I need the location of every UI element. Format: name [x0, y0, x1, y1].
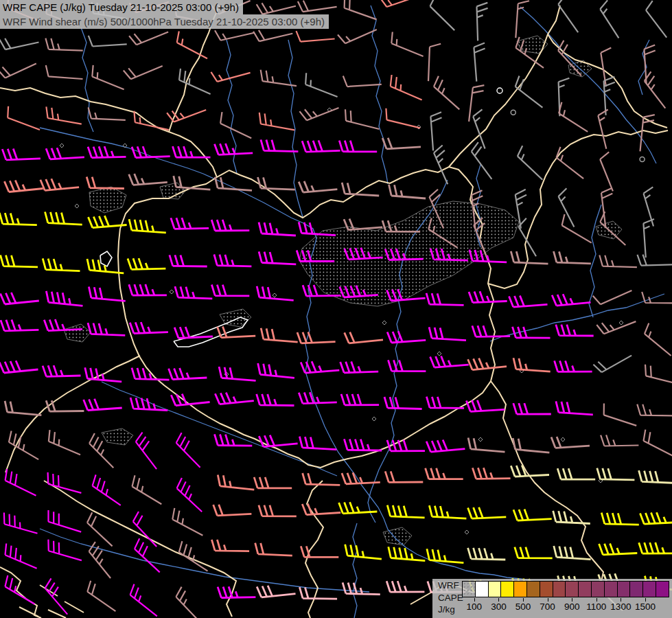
wind-barb: [87, 581, 115, 611]
wind-barb: [0, 63, 36, 78]
wind-barb: [509, 295, 548, 307]
wind-barb: [48, 472, 82, 493]
wind-barb: [255, 543, 292, 556]
wind-barb: [386, 108, 420, 128]
weather-map-canvas: [0, 0, 672, 618]
wind-barb: [477, 3, 488, 41]
wind-barb: [345, 332, 383, 343]
wind-barb: [344, 439, 382, 450]
wind-barb: [391, 75, 422, 100]
wind-barb: [301, 546, 338, 557]
wind-barb: [387, 505, 424, 518]
small-lake-marker: [561, 437, 565, 442]
wind-barb: [213, 505, 252, 516]
wind-barb: [297, 332, 336, 343]
wind-barb: [257, 394, 294, 406]
wind-barb: [89, 216, 127, 228]
small-lake-marker: [273, 293, 277, 297]
wind-barb: [171, 218, 209, 229]
country-border: [40, 585, 58, 596]
wind-barb: [340, 362, 379, 373]
wind-barb: [473, 109, 485, 148]
urban-area: [89, 187, 126, 213]
wind-barb: [259, 251, 296, 264]
wind-barb: [556, 325, 594, 336]
wind-barb: [472, 325, 510, 336]
wind-barb: [557, 147, 584, 179]
wind-barb: [515, 76, 543, 108]
wind-barb: [8, 106, 40, 130]
wind-barb: [305, 73, 338, 97]
wind-barb: [511, 466, 549, 477]
urban-area: [517, 36, 548, 54]
wind-barb: [637, 404, 672, 416]
wind-barb: [1, 255, 38, 267]
small-lake-marker: [478, 437, 483, 442]
urban-area: [64, 324, 91, 342]
legend-color-box: [500, 581, 514, 597]
wind-barb: [302, 140, 340, 152]
wind-barb: [45, 38, 82, 51]
legend-color-box: [604, 581, 618, 597]
river: [589, 205, 601, 317]
wind-barb: [136, 433, 157, 470]
wind-barb: [299, 181, 337, 192]
wind-barb: [642, 292, 672, 304]
wind-barb: [176, 433, 200, 468]
wind-barb: [170, 255, 207, 266]
wind-barb: [134, 111, 168, 130]
wind-barb: [45, 212, 82, 225]
wind-barb: [46, 106, 81, 124]
wind-barb: [593, 356, 632, 373]
wind-barb: [0, 360, 38, 373]
legend-color-box: [578, 581, 592, 597]
legend-color-box: [591, 581, 605, 597]
wind-barb: [89, 542, 111, 578]
wind-barb: [49, 510, 82, 532]
small-lake-marker: [465, 530, 469, 534]
wind-barb: [430, 112, 441, 150]
wind-barb: [468, 438, 505, 453]
wind-barb: [646, 1, 667, 37]
small-lake-marker: [372, 417, 376, 421]
legend-color-box: [462, 581, 476, 597]
wind-barb: [554, 251, 591, 264]
wind-barb: [259, 222, 296, 236]
legend-color-box: [540, 581, 553, 597]
wind-barb: [429, 327, 466, 340]
wind-barb: [515, 1, 529, 38]
wind-barb: [343, 582, 380, 594]
wind-barb: [44, 319, 82, 331]
wind-barb: [468, 548, 506, 560]
river: [102, 382, 337, 476]
wind-barb: [426, 440, 465, 453]
urban-area: [102, 428, 133, 445]
wind-barb: [132, 475, 162, 504]
wind-barb: [511, 251, 548, 264]
wind-barb: [426, 293, 464, 305]
legend-label-model: WRF: [438, 580, 463, 592]
wind-barb: [386, 581, 424, 592]
wind-barb: [5, 544, 37, 569]
wind-barb: [128, 258, 165, 269]
wind-barb: [518, 146, 542, 179]
wind-barb: [92, 65, 124, 90]
title-windshear-line: WRF Wind shear (m/s) 500/1000hPa Tuesday…: [0, 14, 329, 29]
wind-barb: [339, 502, 378, 514]
wind-barb: [215, 144, 253, 155]
wind-barb: [218, 586, 255, 597]
wind-barb: [46, 65, 83, 79]
wind-barb: [215, 393, 253, 404]
wind-barb: [218, 475, 254, 490]
wind-barb: [555, 360, 592, 371]
wind-barb: [130, 322, 168, 333]
wind-barb: [596, 321, 636, 334]
calm-wind-marker: [640, 157, 645, 162]
wind-barb: [46, 400, 84, 411]
legend-colorbar: [462, 581, 669, 597]
wind-barb: [389, 185, 426, 198]
wind-barb: [343, 76, 382, 87]
wind-barb: [639, 470, 672, 483]
wind-barb: [5, 469, 36, 496]
wind-barb: [604, 404, 637, 426]
